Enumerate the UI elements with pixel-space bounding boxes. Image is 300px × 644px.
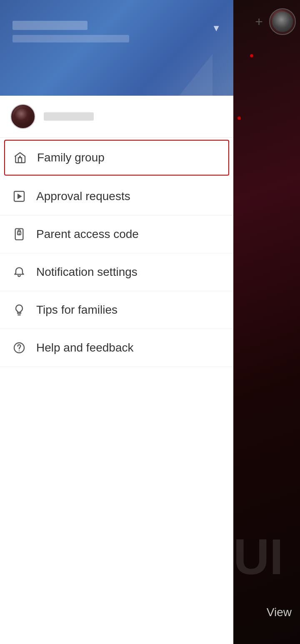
menu-item-notification-settings[interactable]: Notification settings (0, 253, 233, 291)
play-box-icon (10, 188, 28, 205)
dropdown-arrow[interactable]: ▼ (212, 23, 221, 34)
background-text: UI (233, 532, 300, 582)
bell-icon (10, 263, 28, 281)
user-row (0, 96, 233, 138)
svg-point-0 (19, 156, 21, 157)
lightbulb-icon (10, 301, 28, 319)
menu-item-help-and-feedback[interactable]: Help and feedback (0, 329, 233, 367)
menu-list: Family group Approval requests (0, 140, 233, 367)
header-bar-1 (12, 21, 88, 30)
avatar (10, 104, 35, 129)
menu-item-tips-for-families[interactable]: Tips for families (0, 291, 233, 329)
drawer-header: ▼ (0, 0, 233, 96)
add-icon[interactable]: + (255, 15, 263, 28)
header-decoration (179, 54, 212, 96)
notification-settings-label: Notification settings (36, 265, 138, 279)
user-avatar-top[interactable] (269, 8, 296, 35)
red-dot-1 (250, 54, 253, 57)
menu-item-approval-requests[interactable]: Approval requests (0, 178, 233, 215)
view-button[interactable]: View (267, 606, 292, 619)
header-bar-2 (12, 35, 129, 42)
help-circle-icon (10, 339, 28, 357)
svg-point-8 (19, 350, 20, 351)
phone-lock-icon (10, 225, 28, 243)
avatar-mask (272, 11, 293, 32)
approval-requests-label: Approval requests (36, 190, 130, 203)
home-icon (11, 149, 29, 166)
top-right-actions: + (233, 8, 300, 35)
menu-item-family-group[interactable]: Family group (4, 140, 229, 176)
navigation-drawer: ▼ Family group (0, 0, 233, 644)
avatar-inner (14, 107, 32, 126)
user-name-bar (44, 112, 94, 121)
red-dot-2 (238, 116, 241, 120)
tips-for-families-label: Tips for families (36, 303, 118, 317)
parent-access-code-label: Parent access code (36, 228, 139, 241)
menu-item-parent-access-code[interactable]: Parent access code (0, 215, 233, 253)
family-group-label: Family group (37, 151, 105, 164)
help-and-feedback-label: Help and feedback (36, 341, 134, 354)
svg-marker-2 (18, 193, 22, 199)
